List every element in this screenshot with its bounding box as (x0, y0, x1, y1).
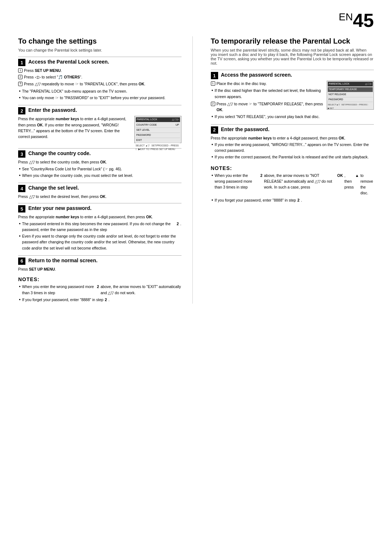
step-1-block: 1 Access the Parental Lock screen. 1Pres… (18, 57, 181, 104)
right-step-1-number: 1 (211, 72, 218, 79)
step-2-header: 2 Enter the password. (18, 107, 181, 114)
list-item: When you enter the wrong password more t… (18, 284, 181, 296)
step-3-title: Change the country code. (28, 150, 91, 157)
right-step-1-content: PARENTAL LOCK△ □ ▷ TEMPORARY RELEASE NOT… (211, 81, 374, 121)
step-3-content: Press △▽ to select the country code, the… (18, 159, 181, 178)
right-step-2-content: Press the appropriate number keys to ent… (211, 135, 374, 160)
list-item: 3Press △▽ repeatedly to move ☞ to "PAREN… (18, 81, 181, 87)
step-5-bullets: The password entered in this step become… (18, 221, 181, 251)
step-6-block: 6 Return to the normal screen. Press SET… (18, 255, 181, 274)
step-5-header: 5 Enter your new password. (18, 205, 181, 212)
parental-lock-screen-image: PARENTAL LOCK△ □ ▷ COUNTRY CODEUP SET LE… (134, 116, 181, 143)
right-step-1-block: 1 Access the password screen. PARENTAL L… (211, 70, 374, 123)
list-item: The "PARENTAL LOCK" sub-menu appears on … (18, 88, 181, 94)
parental-lock-right-screen: PARENTAL LOCK△ □ ▷ TEMPORARY RELEASE NOT… (327, 81, 374, 110)
step-2-number: 2 (18, 107, 25, 114)
left-notes-title: NOTES: (18, 276, 181, 282)
step-5-number: 5 (18, 205, 25, 212)
step-6-header: 6 Return to the normal screen. (18, 257, 181, 265)
right-step-1-title: Access the password screen. (221, 72, 292, 78)
right-step-2-title: Enter the password. (221, 126, 270, 133)
main-content: To change the settings You can change th… (18, 36, 374, 304)
list-item: When you enter the wrong password more t… (211, 173, 374, 196)
step-3-header: 3 Change the country code. (18, 150, 181, 158)
right-step-1-header: 1 Access the password screen. (211, 72, 374, 79)
en-label: EN (339, 11, 353, 23)
right-notes-content: When you enter the wrong password more t… (211, 173, 374, 203)
list-item: If you enter the correct password, the P… (211, 154, 374, 160)
step-6-title: Return to the normal screen. (28, 257, 98, 264)
step-4-header: 4 Change the set level. (18, 185, 181, 192)
step-1-title: Access the Parental Lock screen. (28, 58, 109, 65)
step-1-bullets: The "PARENTAL LOCK" sub-menu appears on … (18, 88, 181, 101)
step-5-content: Press the appropriate number keys to ent… (18, 214, 181, 251)
step-3-bullets: See "Country/Area Code List for Parental… (18, 166, 181, 179)
step-5-block: 5 Enter your new password. Press the app… (18, 203, 181, 254)
right-notes: NOTES: When you enter the wrong password… (211, 165, 374, 203)
step-4-title: Change the set level. (28, 185, 79, 191)
list-item: The password entered in this step become… (18, 221, 181, 233)
list-item: See "Country/Area Code List for Parental… (18, 166, 181, 172)
step-3-block: 3 Change the country code. Press △▽ to s… (18, 148, 181, 181)
list-item: 1Press SET UP MENU. (18, 68, 181, 73)
step-2-title: Enter the password. (28, 107, 77, 113)
step-2-block: 2 Enter the password. PARENTAL LOCK△ □ ▷… (18, 105, 181, 147)
step-1-number: 1 (18, 59, 25, 66)
list-item: 2Press ◁▷ to select "🎵 OTHERS". (18, 74, 181, 80)
step-1-list: 1Press SET UP MENU. 2Press ◁▷ to select … (18, 68, 181, 87)
step-6-content: Press SET UP MENU. (18, 266, 181, 272)
right-step-2-number: 2 (211, 126, 218, 134)
right-step-2-block: 2 Enter the password. Press the appropri… (211, 124, 374, 163)
page-number: EN45 (339, 11, 374, 30)
list-item: If the disc rated higher than the select… (211, 88, 324, 100)
right-section-intro: When you set the parental level strictly… (211, 48, 374, 65)
step-5-title: Enter your new password. (28, 205, 91, 211)
list-item: 1Place the disc in the disc tray. (211, 81, 324, 86)
right-notes-title: NOTES: (211, 165, 374, 171)
list-item: You can only move ☞ to "PASSWORD" or to … (18, 95, 181, 101)
left-notes: NOTES: When you enter the wrong password… (18, 276, 181, 303)
page: EN45 To change the settings You can chan… (0, 0, 392, 555)
list-item: If you forget your password, enter "8888… (211, 197, 374, 203)
list-item: Even if you want to change only the coun… (18, 233, 181, 251)
step-4-content: Press △▽ to select the desired level, th… (18, 194, 181, 199)
step-2-content: PARENTAL LOCK△ □ ▷ COUNTRY CODEUP SET LE… (18, 116, 181, 145)
right-step-2-bullets: If you enter the wrong password, "WRONG!… (211, 142, 374, 160)
right-step-2-header: 2 Enter the password. (211, 126, 374, 134)
step-4-number: 4 (18, 185, 25, 192)
step-4-block: 4 Change the set level. Press △▽ to sele… (18, 183, 181, 202)
step-1-content: 1Press SET UP MENU. 2Press ◁▷ to select … (18, 68, 181, 101)
list-item: 2Press △▽ to move ☞ to "TEMPORARY RELEAS… (211, 101, 324, 113)
list-item: If you enter the wrong password, "WRONG!… (211, 142, 374, 154)
list-item: When you change the country code, you mu… (18, 173, 181, 178)
list-item: If you select "NOT RELEASE", you cannot … (211, 114, 374, 119)
left-notes-content: When you enter the wrong password more t… (18, 284, 181, 303)
step-6-number: 6 (18, 258, 25, 265)
right-step-1-bullets-2: If you select "NOT RELEASE", you cannot … (211, 114, 374, 119)
step-3-number: 3 (18, 150, 25, 158)
left-section-title: To change the settings (18, 36, 181, 46)
left-column: To change the settings You can change th… (18, 36, 193, 304)
right-column: To temporarily release the Parental Lock… (207, 36, 374, 304)
step-1-header: 1 Access the Parental Lock screen. (18, 58, 181, 66)
left-section-subtitle: You can change the Parental lock setting… (18, 48, 181, 52)
list-item: If you forget your password, enter "8888… (18, 297, 181, 303)
right-section-title: To temporarily release the Parental Lock (211, 36, 374, 46)
